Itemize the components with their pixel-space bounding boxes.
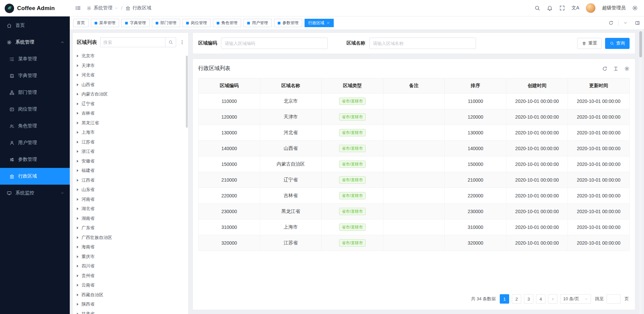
table-row[interactable]: 230000黑龙江省省市/直辖市2300002020-10-01 00:00:0… — [199, 204, 630, 219]
tree-item[interactable]: 北京市 — [73, 51, 188, 61]
region-name-input[interactable] — [369, 38, 476, 49]
caret-right-icon[interactable] — [77, 141, 78, 143]
tree-scrollbar-thumb[interactable] — [186, 56, 188, 128]
tab-role[interactable]: 角色管理 — [213, 19, 241, 27]
caret-right-icon[interactable] — [77, 217, 78, 220]
tree-item[interactable]: 吉林省 — [73, 109, 188, 118]
tree-item[interactable]: 江苏省 — [73, 137, 188, 147]
table-row[interactable]: 150000内蒙古自治区省市/直辖市1500002020-10-01 00:00… — [199, 156, 630, 172]
table-row[interactable]: 310000上海市省市/直辖市3100002020-10-01 00:00:00… — [199, 219, 630, 235]
tree-item[interactable]: 广东省 — [73, 223, 188, 233]
tree-item[interactable]: 黑龙江省 — [73, 118, 188, 128]
tree-item[interactable]: 西藏自治区 — [73, 290, 188, 300]
gear-icon[interactable] — [632, 5, 638, 11]
tree-item[interactable]: 山东省 — [73, 185, 188, 195]
gear-icon[interactable] — [624, 66, 630, 71]
sidebar-item-menu-management[interactable]: 菜单管理 — [0, 51, 70, 67]
page-scrollbar-thumb[interactable] — [639, 31, 642, 57]
tree-item[interactable]: 河北省 — [73, 70, 188, 80]
caret-right-icon[interactable] — [77, 313, 78, 314]
collapse-sidebar-icon[interactable] — [75, 5, 81, 11]
fullscreen-icon[interactable] — [559, 5, 565, 11]
tree-item[interactable]: 陕西省 — [73, 300, 188, 309]
translate-icon[interactable]: 文A — [572, 5, 579, 11]
tab-dept[interactable]: 部门管理 — [152, 19, 180, 27]
more-vertical-icon[interactable] — [179, 40, 185, 45]
caret-right-icon[interactable] — [77, 131, 78, 134]
sidebar-item-home[interactable]: 首页 — [0, 17, 70, 34]
table-row[interactable]: 130000河北省省市/直辖市1300002020-10-01 00:00:00… — [199, 125, 630, 141]
table-row[interactable]: 320000江苏省省市/直辖市3200002020-10-01 00:00:00… — [199, 235, 630, 251]
tab-menu[interactable]: 菜单管理 — [91, 19, 119, 27]
sidebar-item-param-management[interactable]: 参数管理 — [0, 151, 70, 168]
caret-right-icon[interactable] — [77, 160, 78, 163]
tree-scrollbar[interactable] — [186, 48, 188, 314]
reset-button[interactable]: 重置 — [577, 38, 602, 49]
tab-region[interactable]: 行政区域 — [305, 19, 334, 27]
caret-right-icon[interactable] — [77, 188, 78, 191]
tree-item[interactable]: 河南省 — [73, 195, 188, 204]
next-page-button[interactable] — [548, 294, 557, 304]
tree-item[interactable]: 山西省 — [73, 80, 188, 90]
caret-right-icon[interactable] — [77, 103, 78, 105]
caret-right-icon[interactable] — [77, 198, 78, 201]
sidebar-group-system-monitor[interactable]: 系统监控 — [0, 185, 70, 201]
tree-item[interactable]: 云南省 — [73, 280, 188, 290]
tree-item[interactable]: 四川省 — [73, 261, 188, 271]
region-code-input[interactable] — [221, 38, 328, 49]
tree-item[interactable]: 辽宁省 — [73, 99, 188, 109]
page-size-select[interactable]: 10 条/页 — [560, 294, 591, 304]
chevron-down-icon[interactable] — [623, 21, 628, 25]
page-button-2[interactable]: 2 — [512, 294, 521, 304]
page-scrollbar[interactable] — [639, 30, 642, 314]
caret-right-icon[interactable] — [77, 255, 78, 258]
tree-item[interactable]: 上海市 — [73, 128, 188, 137]
app-logo[interactable]: Coffee Admin — [0, 0, 70, 16]
tree-item[interactable]: 内蒙古自治区 — [73, 89, 188, 99]
layout-panel-icon[interactable] — [635, 20, 640, 25]
page-jump-input[interactable] — [606, 294, 621, 304]
caret-right-icon[interactable] — [77, 179, 78, 182]
tree-item[interactable]: 福建省 — [73, 166, 188, 176]
page-button-4[interactable]: 4 — [536, 294, 545, 304]
caret-right-icon[interactable] — [77, 55, 78, 57]
tab-user[interactable]: 用户管理 — [244, 19, 272, 27]
caret-right-icon[interactable] — [77, 112, 78, 115]
tree-item[interactable]: 湖北省 — [73, 204, 188, 214]
caret-right-icon[interactable] — [77, 303, 78, 306]
caret-right-icon[interactable] — [77, 83, 78, 86]
caret-right-icon[interactable] — [77, 169, 78, 172]
breadcrumb-item-system[interactable]: 系统管理 — [87, 5, 118, 11]
tab-home[interactable]: 首页 — [73, 19, 89, 27]
tree-item[interactable]: 安徽省 — [73, 156, 188, 166]
caret-right-icon[interactable] — [77, 122, 78, 124]
avatar[interactable] — [586, 3, 596, 13]
tree-search-button[interactable] — [165, 37, 176, 47]
tree-item[interactable]: 重庆市 — [73, 252, 188, 262]
caret-right-icon[interactable] — [77, 274, 78, 277]
sidebar-item-role-management[interactable]: 角色管理 — [0, 118, 70, 134]
tree-item[interactable]: 湖南省 — [73, 214, 188, 224]
tree-item[interactable]: 广西壮族自治区 — [73, 233, 188, 243]
tree-item[interactable]: 甘肃省 — [73, 309, 188, 314]
sidebar-group-system-management[interactable]: 系统管理 — [0, 34, 70, 51]
sidebar-item-dict-management[interactable]: 字典管理 — [0, 67, 70, 84]
refresh-icon[interactable] — [608, 20, 613, 25]
table-row[interactable]: 220000吉林省省市/直辖市2200002020-10-01 00:00:00… — [199, 188, 630, 204]
tab-post[interactable]: 岗位管理 — [182, 19, 211, 27]
close-icon[interactable] — [326, 21, 330, 25]
table-row[interactable]: 140000山西省省市/直辖市1400002020-10-01 00:00:00… — [199, 141, 630, 156]
search-button[interactable]: 查询 — [605, 38, 630, 49]
tree-search-input[interactable] — [100, 37, 165, 47]
caret-right-icon[interactable] — [77, 284, 78, 287]
tree-item[interactable]: 贵州省 — [73, 271, 188, 281]
sidebar-item-admin-region[interactable]: 行政区域 — [0, 168, 70, 185]
caret-right-icon[interactable] — [77, 227, 78, 229]
page-button-3[interactable]: 3 — [524, 294, 533, 304]
caret-right-icon[interactable] — [77, 150, 78, 153]
bell-icon[interactable] — [547, 5, 553, 11]
search-icon[interactable] — [534, 5, 540, 11]
sidebar-item-dept-management[interactable]: 部门管理 — [0, 84, 70, 101]
sidebar-item-post-management[interactable]: 岗位管理 — [0, 101, 70, 118]
tree-item[interactable]: 天津市 — [73, 61, 188, 71]
